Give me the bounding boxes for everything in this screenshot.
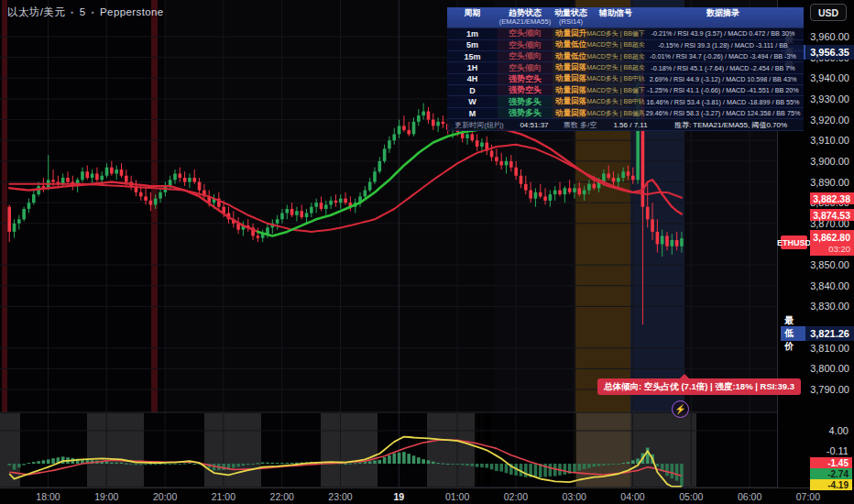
timeframe-row: 1m空头倾向动量回升MACD多头 | BB偏下-0.21% / RSI 43.9…	[447, 28, 804, 39]
timeframe-cell: 15m	[447, 52, 498, 61]
column-header: 趋势状态(EMA21/EMA55)	[498, 7, 553, 27]
macd-hist-label: -2.74	[810, 468, 852, 479]
price-tick: 3,840.00	[785, 280, 849, 291]
time-tick: 05:00	[679, 491, 703, 502]
timeframe-cell: 1m	[447, 29, 498, 38]
low-price-tag: 最低价	[781, 326, 805, 341]
current-price-value: 3,862.80	[813, 232, 850, 244]
trend-cell: 空头倾向	[498, 62, 553, 72]
trend-cell: 强势空头	[498, 74, 553, 84]
signal-cell: MACD多头 | BB偏高	[589, 108, 642, 118]
votes-label: 票数 多/空	[557, 120, 603, 130]
sentiment-tooltip: 总体倾向: 空头占优 (7.1倍) | 强度:18% | RSI:39.3	[597, 378, 801, 395]
time-tick: 06:00	[738, 491, 761, 502]
signal-cell: MACD多头 | BB中轨	[589, 96, 642, 106]
price-tick: 3,890.00	[785, 177, 849, 188]
time-tick: 19:00	[94, 491, 118, 502]
momentum-cell: 动量低位	[553, 51, 589, 61]
macd-signal-label: -1.45	[810, 457, 852, 468]
data-cell: 16.46% / RSI 53.4 (-3.81) / MACD -18.899…	[642, 98, 804, 106]
current-price-label: 3,862.80 03:20	[810, 230, 854, 256]
panel-footer-row: 更新时间(纽约) 04:51:37 票数 多/空 1.56 / 7.11 推荐:…	[447, 119, 804, 131]
ema55-price-label: 3,882.38	[810, 192, 854, 204]
signal-cell: MACD空头 | BB超卖	[589, 40, 642, 50]
momentum-cell: 动量回落	[553, 74, 589, 84]
column-header: 周期	[447, 7, 498, 27]
time-tick: 02:00	[504, 491, 528, 502]
time-tick: 18:00	[36, 491, 60, 502]
update-time-value: 04:51:37	[511, 121, 557, 129]
votes-value: 1.56 / 7.11	[603, 121, 658, 129]
data-cell: -0.01% / RSI 34.7 (-0.26) / MACD -3.494 …	[642, 52, 804, 60]
data-cell: 29.46% / RSI 58.3 (-3.27) / MACD 124.358…	[642, 109, 804, 117]
column-header: 动量状态(RSI14)	[553, 7, 589, 27]
trend-cell: 空头倾向	[498, 51, 553, 61]
update-time-label: 更新时间(纽约)	[447, 120, 511, 130]
time-tick: 20:00	[153, 491, 177, 502]
data-cell: -1.25% / RSI 41.1 (-0.66) / MACD -41.551…	[642, 86, 804, 94]
time-axis[interactable]: 18:0019:0020:0021:0022:0023:001901:0002:…	[0, 488, 854, 504]
time-tick: 23:00	[328, 491, 352, 502]
timeframe-cell: D	[447, 86, 498, 95]
data-cell: -0.21% / RSI 43.9 (3.57) / MACD 0.472 / …	[642, 29, 804, 38]
timeframe-cell: 1H	[447, 63, 498, 72]
timeframe-row: W强势多头动量回落MACD多头 | BB中轨16.46% / RSI 53.4 …	[447, 96, 804, 107]
symbol-title[interactable]: 以太坊/美元•5•Pepperstone	[7, 5, 164, 19]
time-tick: 19	[393, 491, 404, 502]
exchange-label[interactable]: Pepperstone	[100, 6, 164, 17]
timeframe-row: 1H空头倾向动量回落MACD空头 | BB超卖-0.18% / RSI 45.1…	[447, 62, 804, 73]
currency-usd-button[interactable]: USD	[810, 4, 847, 21]
momentum-cell: 动量低位	[553, 40, 589, 50]
price-tick: 3,830.00	[785, 301, 849, 312]
interval-label[interactable]: 5	[80, 6, 86, 17]
signal-cell: MACD空头 | BB超卖	[589, 62, 642, 72]
timeframe-cell: M	[447, 109, 498, 118]
trend-cell: 强势多头	[498, 108, 553, 118]
data-cell: -0.15% / RSI 39.3 (1.28) / MACD -3.111 /…	[642, 41, 804, 49]
signal-cell: MACD空头 | BB偏下	[589, 85, 642, 95]
timeframe-cell: 5m	[447, 40, 498, 49]
recommendation-text: 推荐: TEMA21/EMA55, 阈值0.70%	[658, 120, 804, 130]
signal-cell: MACD多头 | BB中轨	[589, 74, 642, 84]
data-cell: -0.18% / RSI 45.1 (-7.64) / MACD -2.454 …	[642, 64, 804, 72]
title-separator: •	[71, 8, 74, 17]
bar-countdown: 03:20	[828, 244, 850, 254]
trading-app-window: 以太坊/美元•5•Pepperstone USD 周期趋势状态(EMA21/EM…	[0, 0, 854, 504]
timeframe-row: 15m空头倾向动量低位MACD空头 | BB超卖-0.01% / RSI 34.…	[447, 51, 804, 62]
timeframe-cell: W	[447, 97, 498, 106]
timeframe-row: 4H强势空头动量回落MACD多头 | BB中轨2.69% / RSI 44.9 …	[447, 74, 804, 85]
price-tick: 3,850.00	[785, 259, 849, 270]
time-tick: 01:00	[445, 491, 469, 502]
momentum-cell: 动量回升	[553, 28, 589, 38]
timeframe-cell: 4H	[447, 74, 498, 83]
macd-axis-tick: 4.00	[794, 425, 849, 436]
lightning-bolt-icon[interactable]: ⚡	[672, 400, 689, 418]
price-tick: 3,800.00	[785, 363, 849, 374]
time-tick: 21:00	[212, 491, 235, 502]
multi-timeframe-analysis-panel: 周期趋势状态(EMA21/EMA55)动量状态(RSI14)辅助信号数据摘录 1…	[447, 7, 804, 131]
low-price-label: 最低价 3,821.26	[781, 326, 854, 341]
trend-cell: 强势空头	[498, 85, 553, 95]
timeframe-row: D强势空头动量回落MACD空头 | BB偏下-1.25% / RSI 41.1 …	[447, 85, 804, 96]
data-cell: 2.69% / RSI 44.9 (-3.12) / MACD 10.598 /…	[642, 75, 804, 83]
time-tick: 04:00	[620, 491, 644, 502]
timeframe-row: 5m空头倾向动量低位MACD空头 | BB超卖-0.15% / RSI 39.3…	[447, 40, 804, 51]
column-header: 数据摘录	[642, 7, 804, 27]
title-separator: •	[91, 8, 94, 17]
macd-line-label: -4.19	[810, 479, 852, 490]
time-tick: 03:00	[563, 491, 586, 502]
momentum-cell: 动量回落	[553, 108, 589, 118]
signal-cell: MACD空头 | BB超卖	[589, 51, 642, 61]
momentum-cell: 动量回落	[553, 85, 589, 95]
column-header: 辅助信号	[589, 7, 642, 27]
trend-cell: 空头倾向	[498, 28, 553, 38]
momentum-cell: 动量回落	[553, 62, 589, 72]
momentum-cell: 动量回落	[553, 96, 589, 106]
trend-cell: 强势多头	[498, 96, 553, 106]
trend-cell: 空头倾向	[498, 40, 553, 50]
price-tick: 3,900.00	[785, 156, 849, 167]
symbol-name[interactable]: 以太坊/美元	[7, 6, 65, 17]
time-tick: 07:00	[796, 491, 820, 502]
time-tick: 22:00	[270, 491, 294, 502]
macd-axis-tick: -0.11	[794, 445, 849, 456]
